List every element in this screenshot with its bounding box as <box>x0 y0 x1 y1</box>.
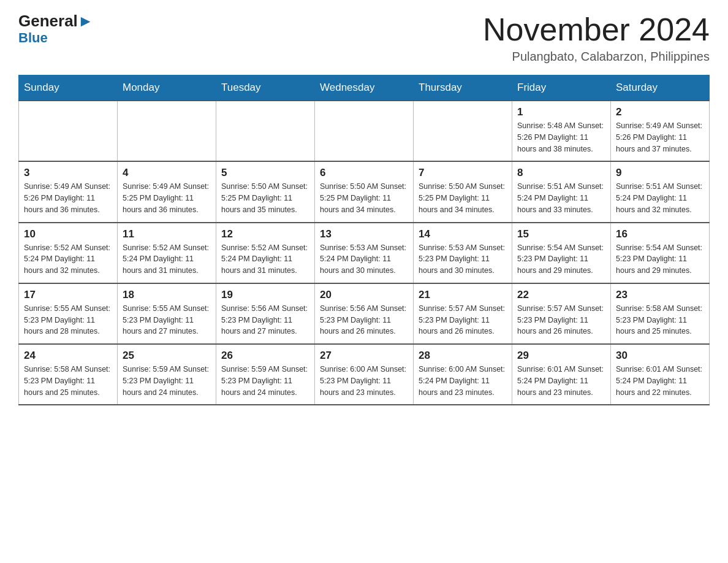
location-subtitle: Pulangbato, Calabarzon, Philippines <box>483 50 710 64</box>
table-row <box>315 101 414 161</box>
table-row <box>414 101 512 161</box>
header-thursday: Thursday <box>414 75 512 101</box>
table-row: 14Sunrise: 5:53 AM Sunset: 5:23 PM Dayli… <box>414 223 512 283</box>
day-number: 3 <box>24 167 112 179</box>
day-number: 21 <box>419 289 507 301</box>
day-info: Sunrise: 5:59 AM Sunset: 5:23 PM Dayligh… <box>221 364 309 398</box>
day-info: Sunrise: 5:55 AM Sunset: 5:23 PM Dayligh… <box>24 303 112 337</box>
day-number: 24 <box>24 350 112 362</box>
day-number: 9 <box>616 167 704 179</box>
header-monday: Monday <box>118 75 216 101</box>
day-info: Sunrise: 5:52 AM Sunset: 5:24 PM Dayligh… <box>123 242 211 277</box>
table-row: 1Sunrise: 5:48 AM Sunset: 5:26 PM Daylig… <box>512 101 611 161</box>
day-number: 29 <box>517 350 605 362</box>
day-number: 22 <box>517 289 605 301</box>
calendar-week-row: 3Sunrise: 5:49 AM Sunset: 5:26 PM Daylig… <box>19 161 710 222</box>
day-number: 25 <box>123 350 211 362</box>
day-number: 8 <box>517 167 605 179</box>
day-number: 30 <box>616 350 704 362</box>
table-row: 21Sunrise: 5:57 AM Sunset: 5:23 PM Dayli… <box>414 283 512 344</box>
title-block: November 2024 Pulangbato, Calabarzon, Ph… <box>483 12 710 64</box>
day-info: Sunrise: 5:50 AM Sunset: 5:25 PM Dayligh… <box>221 181 309 215</box>
table-row: 16Sunrise: 5:54 AM Sunset: 5:23 PM Dayli… <box>611 223 710 283</box>
day-number: 16 <box>616 228 704 240</box>
table-row: 6Sunrise: 5:50 AM Sunset: 5:25 PM Daylig… <box>315 161 414 222</box>
day-info: Sunrise: 5:55 AM Sunset: 5:23 PM Dayligh… <box>123 303 211 337</box>
table-row: 11Sunrise: 5:52 AM Sunset: 5:24 PM Dayli… <box>118 223 216 283</box>
day-number: 20 <box>320 289 408 301</box>
day-info: Sunrise: 5:49 AM Sunset: 5:25 PM Dayligh… <box>123 181 211 215</box>
table-row: 10Sunrise: 5:52 AM Sunset: 5:24 PM Dayli… <box>19 223 118 283</box>
table-row: 19Sunrise: 5:56 AM Sunset: 5:23 PM Dayli… <box>216 283 315 344</box>
table-row: 26Sunrise: 5:59 AM Sunset: 5:23 PM Dayli… <box>216 344 315 405</box>
day-info: Sunrise: 5:56 AM Sunset: 5:23 PM Dayligh… <box>320 303 408 337</box>
day-number: 12 <box>221 228 309 240</box>
day-info: Sunrise: 5:59 AM Sunset: 5:23 PM Dayligh… <box>123 364 211 398</box>
table-row <box>118 101 216 161</box>
day-info: Sunrise: 6:01 AM Sunset: 5:24 PM Dayligh… <box>517 364 605 398</box>
day-number: 5 <box>221 167 309 179</box>
table-row <box>19 101 118 161</box>
day-info: Sunrise: 5:54 AM Sunset: 5:23 PM Dayligh… <box>616 242 704 277</box>
day-number: 7 <box>419 167 507 179</box>
day-info: Sunrise: 5:51 AM Sunset: 5:24 PM Dayligh… <box>616 181 704 215</box>
table-row: 23Sunrise: 5:58 AM Sunset: 5:23 PM Dayli… <box>611 283 710 344</box>
day-info: Sunrise: 5:58 AM Sunset: 5:23 PM Dayligh… <box>616 303 704 337</box>
day-info: Sunrise: 5:48 AM Sunset: 5:26 PM Dayligh… <box>517 120 605 155</box>
day-number: 15 <box>517 228 605 240</box>
header-saturday: Saturday <box>611 75 710 101</box>
calendar-week-row: 24Sunrise: 5:58 AM Sunset: 5:23 PM Dayli… <box>19 344 710 405</box>
table-row: 2Sunrise: 5:49 AM Sunset: 5:26 PM Daylig… <box>611 101 710 161</box>
day-info: Sunrise: 5:52 AM Sunset: 5:24 PM Dayligh… <box>221 242 309 277</box>
header-wednesday: Wednesday <box>315 75 414 101</box>
table-row: 28Sunrise: 6:00 AM Sunset: 5:24 PM Dayli… <box>414 344 512 405</box>
table-row: 9Sunrise: 5:51 AM Sunset: 5:24 PM Daylig… <box>611 161 710 222</box>
day-info: Sunrise: 6:00 AM Sunset: 5:23 PM Dayligh… <box>320 364 408 398</box>
day-number: 10 <box>24 228 112 240</box>
table-row: 29Sunrise: 6:01 AM Sunset: 5:24 PM Dayli… <box>512 344 611 405</box>
day-number: 27 <box>320 350 408 362</box>
day-info: Sunrise: 5:49 AM Sunset: 5:26 PM Dayligh… <box>24 181 112 215</box>
calendar-week-row: 17Sunrise: 5:55 AM Sunset: 5:23 PM Dayli… <box>19 283 710 344</box>
day-number: 4 <box>123 167 211 179</box>
table-row: 4Sunrise: 5:49 AM Sunset: 5:25 PM Daylig… <box>118 161 216 222</box>
day-info: Sunrise: 5:54 AM Sunset: 5:23 PM Dayligh… <box>517 242 605 277</box>
table-row <box>216 101 315 161</box>
header-sunday: Sunday <box>19 75 118 101</box>
header-friday: Friday <box>512 75 611 101</box>
day-number: 17 <box>24 289 112 301</box>
calendar-week-row: 10Sunrise: 5:52 AM Sunset: 5:24 PM Dayli… <box>19 223 710 283</box>
header-tuesday: Tuesday <box>216 75 315 101</box>
logo: General► Blue <box>18 12 94 46</box>
calendar-week-row: 1Sunrise: 5:48 AM Sunset: 5:26 PM Daylig… <box>19 101 710 161</box>
calendar-header-row: Sunday Monday Tuesday Wednesday Thursday… <box>19 75 710 101</box>
day-info: Sunrise: 5:51 AM Sunset: 5:24 PM Dayligh… <box>517 181 605 215</box>
day-number: 26 <box>221 350 309 362</box>
logo-blue-text: Blue <box>18 30 48 46</box>
day-info: Sunrise: 6:00 AM Sunset: 5:24 PM Dayligh… <box>419 364 507 398</box>
calendar-table: Sunday Monday Tuesday Wednesday Thursday… <box>18 75 710 405</box>
day-number: 2 <box>616 106 704 118</box>
day-number: 23 <box>616 289 704 301</box>
table-row: 20Sunrise: 5:56 AM Sunset: 5:23 PM Dayli… <box>315 283 414 344</box>
day-info: Sunrise: 5:52 AM Sunset: 5:24 PM Dayligh… <box>24 242 112 277</box>
table-row: 3Sunrise: 5:49 AM Sunset: 5:26 PM Daylig… <box>19 161 118 222</box>
day-number: 1 <box>517 106 605 118</box>
table-row: 27Sunrise: 6:00 AM Sunset: 5:23 PM Dayli… <box>315 344 414 405</box>
table-row: 7Sunrise: 5:50 AM Sunset: 5:25 PM Daylig… <box>414 161 512 222</box>
day-number: 18 <box>123 289 211 301</box>
day-info: Sunrise: 5:50 AM Sunset: 5:25 PM Dayligh… <box>419 181 507 215</box>
day-info: Sunrise: 5:58 AM Sunset: 5:23 PM Dayligh… <box>24 364 112 398</box>
table-row: 15Sunrise: 5:54 AM Sunset: 5:23 PM Dayli… <box>512 223 611 283</box>
day-info: Sunrise: 5:56 AM Sunset: 5:23 PM Dayligh… <box>221 303 309 337</box>
day-number: 28 <box>419 350 507 362</box>
logo-general-text: General► <box>18 12 94 30</box>
day-info: Sunrise: 6:01 AM Sunset: 5:24 PM Dayligh… <box>616 364 704 398</box>
day-info: Sunrise: 5:57 AM Sunset: 5:23 PM Dayligh… <box>517 303 605 337</box>
day-number: 14 <box>419 228 507 240</box>
day-number: 6 <box>320 167 408 179</box>
day-info: Sunrise: 5:53 AM Sunset: 5:24 PM Dayligh… <box>320 242 408 277</box>
day-number: 11 <box>123 228 211 240</box>
table-row: 12Sunrise: 5:52 AM Sunset: 5:24 PM Dayli… <box>216 223 315 283</box>
table-row: 30Sunrise: 6:01 AM Sunset: 5:24 PM Dayli… <box>611 344 710 405</box>
